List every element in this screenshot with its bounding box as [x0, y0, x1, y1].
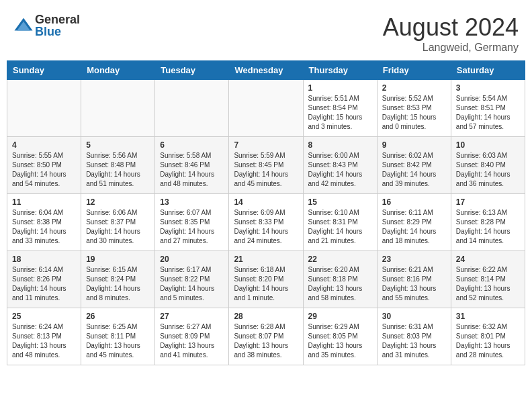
calendar-cell: 29Sunrise: 6:29 AM Sunset: 8:05 PM Dayli…: [303, 308, 377, 365]
calendar-cell: 9Sunrise: 6:02 AM Sunset: 8:42 PM Daylig…: [377, 137, 451, 194]
day-number: 2: [382, 83, 446, 93]
day-info: Sunrise: 6:04 AM Sunset: 8:38 PM Dayligh…: [12, 208, 76, 246]
day-info: Sunrise: 6:11 AM Sunset: 8:29 PM Dayligh…: [382, 208, 446, 246]
calendar-cell: 12Sunrise: 6:06 AM Sunset: 8:37 PM Dayli…: [81, 194, 155, 251]
calendar-week-3: 11Sunrise: 6:04 AM Sunset: 8:38 PM Dayli…: [7, 194, 525, 251]
calendar-header-saturday: Saturday: [451, 61, 525, 80]
day-number: 25: [12, 312, 76, 321]
day-info: Sunrise: 6:06 AM Sunset: 8:37 PM Dayligh…: [86, 208, 150, 246]
calendar-week-2: 4Sunrise: 5:55 AM Sunset: 8:50 PM Daylig…: [7, 137, 525, 194]
calendar-cell: [155, 80, 229, 137]
day-number: 20: [160, 255, 224, 264]
day-number: 26: [86, 312, 150, 321]
day-number: 10: [456, 140, 520, 150]
day-number: 13: [160, 197, 224, 207]
day-info: Sunrise: 5:59 AM Sunset: 8:45 PM Dayligh…: [234, 151, 298, 189]
day-info: Sunrise: 6:18 AM Sunset: 8:20 PM Dayligh…: [234, 265, 298, 303]
day-number: 16: [382, 197, 446, 207]
day-info: Sunrise: 6:20 AM Sunset: 8:18 PM Dayligh…: [308, 265, 372, 303]
calendar-cell: 19Sunrise: 6:15 AM Sunset: 8:24 PM Dayli…: [81, 251, 155, 308]
day-info: Sunrise: 6:00 AM Sunset: 8:43 PM Dayligh…: [308, 151, 372, 189]
calendar-week-5: 25Sunrise: 6:24 AM Sunset: 8:13 PM Dayli…: [7, 308, 525, 365]
day-info: Sunrise: 5:52 AM Sunset: 8:53 PM Dayligh…: [382, 94, 446, 132]
day-info: Sunrise: 5:56 AM Sunset: 8:48 PM Dayligh…: [86, 151, 150, 189]
logo-general-text: General: [35, 13, 80, 26]
calendar-cell: 25Sunrise: 6:24 AM Sunset: 8:13 PM Dayli…: [7, 308, 81, 365]
page-header: General Blue August 2024 Langweid, Germa…: [7, 7, 525, 57]
calendar-header-thursday: Thursday: [303, 61, 377, 80]
calendar-cell: 22Sunrise: 6:20 AM Sunset: 8:18 PM Dayli…: [303, 251, 377, 308]
calendar-header-row: SundayMondayTuesdayWednesdayThursdayFrid…: [7, 61, 525, 80]
day-number: 28: [234, 312, 298, 321]
location: Langweid, Germany: [383, 42, 519, 54]
day-number: 18: [12, 255, 76, 264]
day-number: 7: [234, 140, 298, 150]
calendar-cell: 2Sunrise: 5:52 AM Sunset: 8:53 PM Daylig…: [377, 80, 451, 137]
day-number: 27: [160, 312, 224, 321]
calendar-header-sunday: Sunday: [7, 61, 81, 80]
day-number: 30: [382, 312, 446, 321]
calendar-cell: 21Sunrise: 6:18 AM Sunset: 8:20 PM Dayli…: [229, 251, 303, 308]
day-number: 6: [160, 140, 224, 150]
day-number: 5: [86, 140, 150, 150]
logo-icon: [13, 15, 34, 36]
day-number: 12: [86, 197, 150, 207]
day-number: 3: [456, 83, 520, 93]
day-info: Sunrise: 6:14 AM Sunset: 8:26 PM Dayligh…: [12, 265, 76, 303]
day-number: 15: [308, 197, 372, 207]
day-number: 9: [382, 140, 446, 150]
day-info: Sunrise: 6:03 AM Sunset: 8:40 PM Dayligh…: [456, 151, 520, 189]
day-number: 22: [308, 255, 372, 264]
calendar-cell: 13Sunrise: 6:07 AM Sunset: 8:35 PM Dayli…: [155, 194, 229, 251]
day-info: Sunrise: 5:55 AM Sunset: 8:50 PM Dayligh…: [12, 151, 76, 189]
calendar-cell: 10Sunrise: 6:03 AM Sunset: 8:40 PM Dayli…: [451, 137, 525, 194]
day-number: 14: [234, 197, 298, 207]
calendar-header-wednesday: Wednesday: [229, 61, 303, 80]
calendar-cell: [81, 80, 155, 137]
day-info: Sunrise: 5:58 AM Sunset: 8:46 PM Dayligh…: [160, 151, 224, 189]
calendar-cell: 18Sunrise: 6:14 AM Sunset: 8:26 PM Dayli…: [7, 251, 81, 308]
calendar-header-tuesday: Tuesday: [155, 61, 229, 80]
calendar-cell: 15Sunrise: 6:10 AM Sunset: 8:31 PM Dayli…: [303, 194, 377, 251]
calendar-cell: 28Sunrise: 6:28 AM Sunset: 8:07 PM Dayli…: [229, 308, 303, 365]
day-info: Sunrise: 6:32 AM Sunset: 8:01 PM Dayligh…: [456, 322, 520, 360]
calendar-cell: 20Sunrise: 6:17 AM Sunset: 8:22 PM Dayli…: [155, 251, 229, 308]
calendar-cell: 23Sunrise: 6:21 AM Sunset: 8:16 PM Dayli…: [377, 251, 451, 308]
calendar-cell: 17Sunrise: 6:13 AM Sunset: 8:28 PM Dayli…: [451, 194, 525, 251]
calendar-cell: [7, 80, 81, 137]
calendar-cell: 8Sunrise: 6:00 AM Sunset: 8:43 PM Daylig…: [303, 137, 377, 194]
day-info: Sunrise: 6:31 AM Sunset: 8:03 PM Dayligh…: [382, 322, 446, 360]
day-info: Sunrise: 6:15 AM Sunset: 8:24 PM Dayligh…: [86, 265, 150, 303]
day-info: Sunrise: 6:09 AM Sunset: 8:33 PM Dayligh…: [234, 208, 298, 246]
calendar-cell: 27Sunrise: 6:27 AM Sunset: 8:09 PM Dayli…: [155, 308, 229, 365]
title-section: August 2024 Langweid, Germany: [383, 13, 519, 54]
day-number: 4: [12, 140, 76, 150]
calendar-header-friday: Friday: [377, 61, 451, 80]
day-number: 1: [308, 83, 372, 93]
calendar-cell: 3Sunrise: 5:54 AM Sunset: 8:51 PM Daylig…: [451, 80, 525, 137]
logo-blue-text: Blue: [35, 26, 80, 38]
day-info: Sunrise: 5:54 AM Sunset: 8:51 PM Dayligh…: [456, 94, 520, 132]
day-number: 24: [456, 255, 520, 264]
calendar-cell: 1Sunrise: 5:51 AM Sunset: 8:54 PM Daylig…: [303, 80, 377, 137]
day-info: Sunrise: 6:24 AM Sunset: 8:13 PM Dayligh…: [12, 322, 76, 360]
calendar-cell: 4Sunrise: 5:55 AM Sunset: 8:50 PM Daylig…: [7, 137, 81, 194]
day-number: 8: [308, 140, 372, 150]
day-number: 21: [234, 255, 298, 264]
day-info: Sunrise: 6:17 AM Sunset: 8:22 PM Dayligh…: [160, 265, 224, 303]
calendar-cell: 30Sunrise: 6:31 AM Sunset: 8:03 PM Dayli…: [377, 308, 451, 365]
day-number: 29: [308, 312, 372, 321]
day-number: 17: [456, 197, 520, 207]
calendar-cell: 11Sunrise: 6:04 AM Sunset: 8:38 PM Dayli…: [7, 194, 81, 251]
calendar-cell: 7Sunrise: 5:59 AM Sunset: 8:45 PM Daylig…: [229, 137, 303, 194]
day-info: Sunrise: 6:22 AM Sunset: 8:14 PM Dayligh…: [456, 265, 520, 303]
calendar-cell: 16Sunrise: 6:11 AM Sunset: 8:29 PM Dayli…: [377, 194, 451, 251]
calendar-week-1: 1Sunrise: 5:51 AM Sunset: 8:54 PM Daylig…: [7, 80, 525, 137]
day-info: Sunrise: 5:51 AM Sunset: 8:54 PM Dayligh…: [308, 94, 372, 132]
calendar-week-4: 18Sunrise: 6:14 AM Sunset: 8:26 PM Dayli…: [7, 251, 525, 308]
day-info: Sunrise: 6:27 AM Sunset: 8:09 PM Dayligh…: [160, 322, 224, 360]
day-info: Sunrise: 6:13 AM Sunset: 8:28 PM Dayligh…: [456, 208, 520, 246]
day-number: 31: [456, 312, 520, 321]
calendar-header-monday: Monday: [81, 61, 155, 80]
calendar-cell: 5Sunrise: 5:56 AM Sunset: 8:48 PM Daylig…: [81, 137, 155, 194]
